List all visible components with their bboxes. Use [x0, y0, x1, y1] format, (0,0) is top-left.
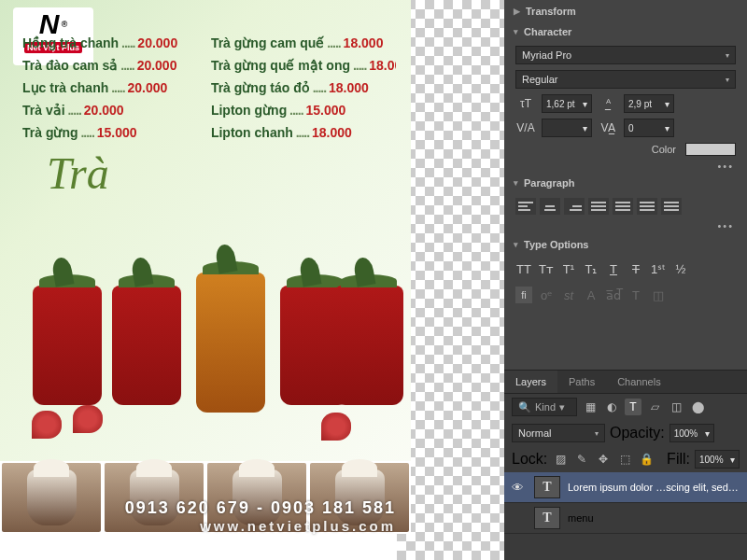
panel-transform: ▶ Transform [504, 0, 747, 21]
menu-item: Trà gừng táo đỏ ..... 18.000 [211, 77, 396, 99]
tab-paths[interactable]: Paths [557, 371, 606, 393]
filter-shape-icon[interactable]: ▱ [646, 399, 663, 415]
filter-adjustment-icon[interactable]: ◐ [603, 399, 620, 415]
tab-layers[interactable]: Layers [504, 371, 557, 393]
leading-value: 2,9 pt [628, 99, 652, 109]
layer-list: 👁TLorem ipsum dolor …scing elit, sed doT… [504, 472, 747, 534]
watermark: 0913 620 679 - 0903 181 581 www.netvietp… [41, 498, 396, 534]
lock-pixels-icon[interactable]: ✎ [573, 451, 590, 468]
tab-channels[interactable]: Channels [606, 371, 671, 393]
type-option-button[interactable]: ◫ [650, 287, 667, 303]
canvas[interactable]: N Net Việt Plus Hồng trà chanh ..... 20.… [0, 0, 504, 560]
lock-artboard-icon[interactable]: ⬚ [616, 451, 633, 468]
text-color-swatch[interactable] [685, 143, 736, 156]
swash-button[interactable]: A [583, 287, 599, 303]
type-option-button[interactable]: T [627, 287, 644, 303]
layer-thumb: T [534, 507, 560, 529]
tracking-value: 0 [628, 123, 634, 133]
filter-type-icon[interactable]: T [625, 399, 641, 415]
opacity-input[interactable]: 100% ▾ [669, 424, 714, 442]
type-options-title: Type Options [524, 239, 588, 250]
filter-pixel-icon[interactable]: ▦ [582, 399, 599, 415]
filter-toggle-icon[interactable]: ⬤ [689, 399, 706, 415]
layer-row[interactable]: 👁TLorem ipsum dolor …scing elit, sed do [504, 472, 747, 503]
chevron-down-icon: ▾ [583, 99, 587, 109]
strikethrough-button[interactable]: T [627, 260, 644, 277]
type-options-header[interactable]: ▾ Type Options [504, 233, 747, 256]
search-icon: 🔍 [518, 401, 531, 413]
menu-item: Trà vải ..... 20.000 [22, 99, 207, 121]
justify-all-button[interactable] [661, 198, 682, 215]
character-header[interactable]: ▾ Character [504, 21, 747, 43]
font-size-icon: τT [515, 95, 536, 112]
layer-name: Lorem ipsum dolor …scing elit, sed do [568, 482, 740, 493]
stylistic-set-button[interactable]: a̅d̅ [605, 287, 622, 303]
ligature-button[interactable]: fi [515, 287, 532, 303]
blend-mode-dropdown[interactable]: Normal ▾ [512, 424, 605, 442]
menu-item-name: Lipton chanh [211, 125, 293, 140]
menu-item-price: 18.000 [329, 80, 369, 95]
menu-item: Lipton gừng ..... 15.000 [211, 99, 396, 121]
ordinal-button[interactable]: 1ˢᵗ [650, 260, 667, 277]
chevron-right-icon: ▶ [514, 7, 520, 16]
align-center-button[interactable] [540, 198, 560, 215]
menu-item-price: 20.000 [84, 103, 124, 118]
align-left-button[interactable] [515, 198, 536, 215]
small-caps-button[interactable]: Tᴛ [538, 260, 555, 277]
paragraph-header[interactable]: ▾ Paragraph [504, 172, 747, 194]
kerning-input[interactable]: ▾ [542, 119, 592, 137]
discretionary-lig-button[interactable]: oᵉ [538, 287, 555, 303]
subscript-button[interactable]: T₁ [583, 260, 599, 277]
justify-center-button[interactable] [613, 198, 633, 215]
fill-input[interactable]: 100% ▾ [695, 450, 740, 469]
font-style-dropdown[interactable]: Regular ▾ [515, 70, 736, 89]
drink-glass [112, 286, 181, 405]
leading-input[interactable]: 2,9 pt ▾ [624, 94, 674, 113]
menu-col-right: Trà gừng cam quế ..... 18.000Trà gừng qu… [211, 32, 396, 144]
visibility-icon[interactable]: 👁 [512, 481, 527, 495]
font-style-value: Regular [522, 74, 558, 85]
underline-button[interactable]: T [605, 260, 622, 277]
chevron-down-icon: ▾ [595, 429, 599, 438]
menu-item-price: 15.000 [97, 125, 137, 140]
watermark-phones: 0913 620 679 - 0903 181 581 [41, 498, 396, 518]
layer-row[interactable]: Tmenu [504, 503, 747, 534]
filter-smart-icon[interactable]: ◫ [668, 399, 684, 415]
more-options-icon[interactable]: ••• [504, 218, 747, 233]
font-family-dropdown[interactable]: Myriad Pro ▾ [515, 46, 736, 64]
justify-right-button[interactable] [637, 198, 657, 215]
lock-transparency-icon[interactable]: ▨ [552, 451, 569, 468]
font-size-input[interactable]: 1,62 pt ▾ [542, 94, 592, 113]
menu-item-price: 20.000 [127, 80, 167, 95]
dots: ..... [119, 35, 137, 50]
character-title: Character [524, 26, 571, 37]
transform-header[interactable]: ▶ Transform [504, 0, 747, 22]
dots: ..... [324, 35, 343, 50]
paragraph-title: Paragraph [524, 177, 574, 189]
justify-left-button[interactable] [588, 198, 609, 215]
align-right-button[interactable] [564, 198, 585, 215]
menu-item-price: 20.000 [137, 58, 177, 73]
menu-item-price: 18.000 [312, 125, 352, 140]
font-size-value: 1,62 pt [546, 99, 575, 109]
all-caps-button[interactable]: TT [515, 260, 532, 277]
chevron-down-icon: ▾ [705, 428, 710, 439]
lock-all-icon[interactable]: 🔒 [638, 451, 655, 468]
dots: ..... [78, 125, 97, 140]
drink-glass [334, 286, 403, 405]
menu-item-price: 18.000 [369, 58, 396, 73]
stylistic-alt-button[interactable]: st [560, 287, 577, 303]
paragraph-align-row [504, 194, 747, 218]
watermark-url: www.netvietplus.com [41, 518, 396, 534]
superscript-button[interactable]: T¹ [560, 260, 577, 277]
drink-glass [196, 273, 265, 413]
menu-item: Trà đào cam sả ..... 20.000 [22, 54, 207, 77]
dots: ..... [118, 58, 136, 73]
lock-position-icon[interactable]: ✥ [595, 451, 612, 468]
dots: ..... [293, 125, 312, 140]
menu-card: N Net Việt Plus Hồng trà chanh ..... 20.… [0, 0, 411, 461]
tracking-input[interactable]: 0 ▾ [624, 119, 674, 137]
layer-filter-dropdown[interactable]: 🔍 Kind ▾ [512, 398, 577, 416]
fraction-button[interactable]: ½ [672, 260, 689, 277]
menu-col-left: Hồng trà chanh ..... 20.000Trà đào cam s… [22, 32, 207, 144]
